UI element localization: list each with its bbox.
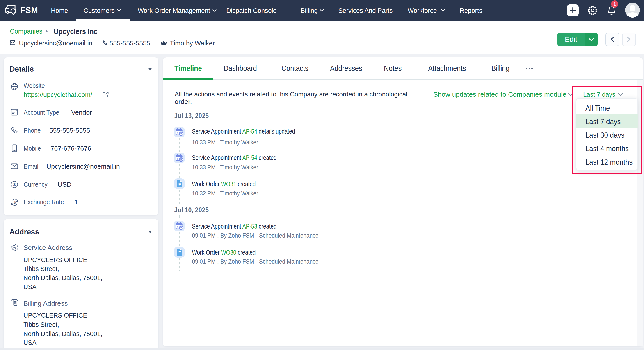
svg-text:$: $	[13, 182, 16, 187]
svg-text:$: $	[14, 200, 16, 204]
